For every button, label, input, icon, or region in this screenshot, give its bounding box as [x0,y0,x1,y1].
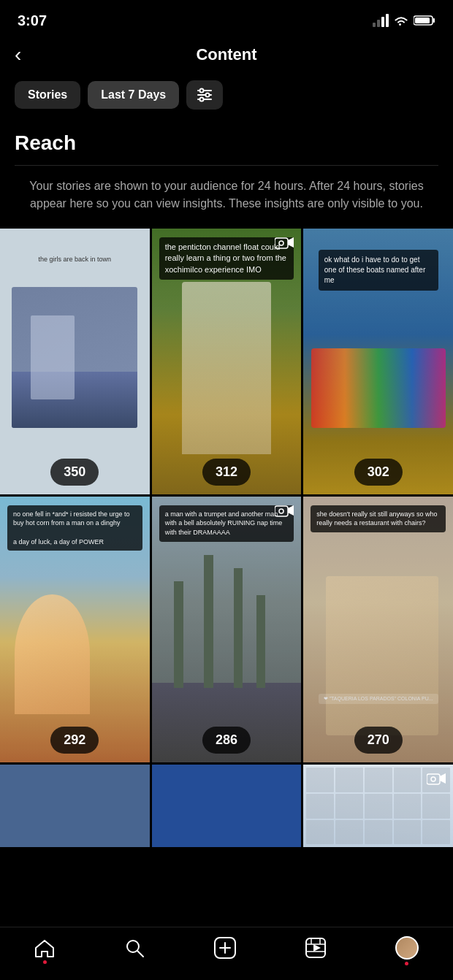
story-4-reach: 292 [50,727,99,754]
bottom-nav [0,927,453,980]
story-item-5[interactable]: a man with a trumpet and another man wit… [152,497,302,762]
story-5-camera-icon [275,504,294,521]
story-item-8[interactable] [152,765,302,848]
filter-bar: Stories Last 7 Days [0,73,453,120]
story-item-2[interactable]: the penticton channel float could really… [152,229,302,494]
story-item-6[interactable]: she doesn't really sit still anyways so … [303,497,453,762]
svg-rect-2 [415,18,430,23]
story-item-7[interactable] [0,765,150,848]
svg-marker-16 [440,773,446,784]
status-icons [373,14,435,27]
story-1-text: the girls are back in town [7,255,142,264]
svg-point-6 [200,89,204,93]
story-1-reach: 350 [50,459,99,486]
story-6-reach: 270 [354,727,403,754]
story-4-text: no one fell in *and* i resisted the urge… [7,505,142,551]
status-bar: 3:07 [0,0,453,37]
story-5-text: a man with a trumpet and another man wit… [159,505,294,542]
reach-title: Reach [15,131,438,155]
home-icon [34,938,55,958]
battery-icon [414,15,435,26]
story-9-camera-icon [427,772,446,789]
svg-marker-10 [288,237,294,248]
profile-dot [405,962,408,965]
nav-reels[interactable] [305,938,326,958]
story-5-reach: 286 [202,727,251,754]
story-item-4[interactable]: no one fell in *and* i resisted the urge… [0,497,150,762]
stories-grid: the girls are back in town 350 the penti… [0,229,453,762]
profile-avatar [395,936,419,960]
svg-point-17 [431,777,435,781]
svg-point-14 [279,509,283,513]
nav-search[interactable] [124,938,145,958]
story-item-1[interactable]: the girls are back in town 350 [0,229,150,494]
sliders-icon [197,88,213,102]
wifi-icon [393,15,409,26]
signal-icon [373,14,389,27]
search-icon [124,938,145,958]
svg-point-8 [200,98,204,102]
stories-grid-row2 [0,765,453,848]
reels-icon [305,938,326,958]
nav-home[interactable] [34,938,55,958]
reach-section: Reach Your stories are shown to your aud… [0,120,453,229]
svg-marker-24 [313,944,321,952]
svg-point-7 [206,93,210,97]
status-time: 3:07 [18,12,47,29]
story-6-text: she doesn't really sit still anyways so … [311,505,446,532]
svg-point-11 [279,241,283,245]
page-title: Content [196,45,256,64]
story-2-text: the penticton channel float could really… [159,237,294,280]
filter-options-button[interactable] [186,80,223,110]
reach-description: Your stories are shown to your audience … [15,177,438,226]
nav-create[interactable] [214,937,236,959]
home-dot [43,960,47,964]
back-button[interactable]: ‹ [15,45,21,65]
story-2-reach: 312 [202,459,251,486]
svg-rect-15 [427,774,440,784]
story-2-camera-icon [275,236,294,253]
svg-rect-12 [275,506,288,516]
nav-profile[interactable] [395,936,419,960]
reach-divider [15,165,438,166]
header: ‹ Content [0,37,453,73]
svg-line-19 [137,951,143,957]
story-item-3[interactable]: ok what do i have to do to get one of th… [303,229,453,494]
period-filter-button[interactable]: Last 7 Days [88,81,179,109]
svg-marker-13 [288,505,294,516]
stories-filter-button[interactable]: Stories [15,81,80,109]
story-item-9[interactable] [303,765,453,848]
svg-rect-1 [433,18,435,23]
create-icon [214,937,236,959]
story-3-reach: 302 [354,459,403,486]
svg-rect-9 [275,238,288,248]
